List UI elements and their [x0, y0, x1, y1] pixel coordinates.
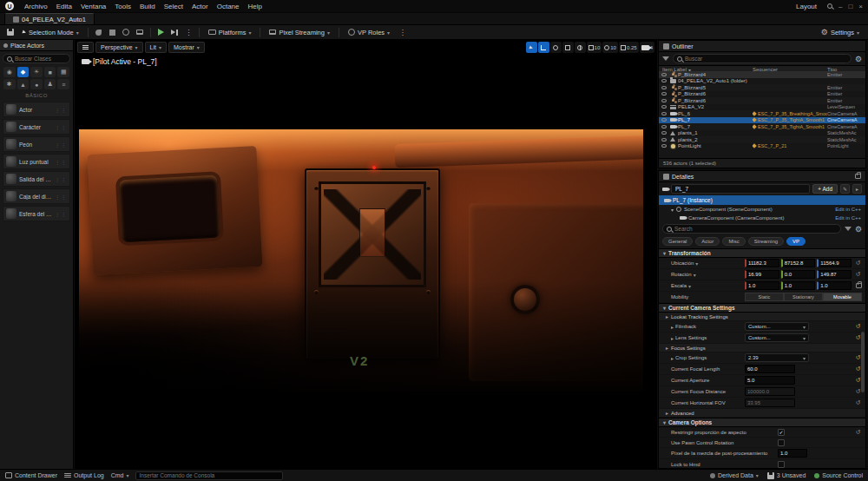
play-button[interactable] [155, 27, 167, 38]
visibility-eye-icon[interactable] [661, 144, 667, 148]
scale-y-field[interactable]: 1.0 [781, 281, 816, 290]
aperture-field[interactable]: 5.0 [745, 376, 795, 385]
pixel-streaming-dropdown[interactable]: Pixel Streaming [265, 27, 334, 38]
outliner-search-input[interactable] [685, 56, 847, 62]
search-icon[interactable] [827, 3, 832, 9]
place-actor-item-pointlight[interactable]: Luz puntual ⋮⋮ [3, 154, 70, 169]
menu-octane[interactable]: Octane [213, 3, 244, 10]
section-camera-options[interactable]: Camera Options [659, 418, 865, 427]
add-component-button[interactable]: + Add [812, 184, 838, 194]
category-pawn-icon[interactable]: ♟ [44, 79, 56, 89]
menu-build[interactable]: Build [135, 3, 160, 10]
place-actor-item-triggersphere[interactable]: Esfera del disp ⋮⋮ [3, 206, 70, 221]
edit-in-cpp-link[interactable]: Edit in C++ [835, 207, 861, 212]
visibility-eye-icon[interactable] [661, 99, 667, 102]
browse-button[interactable]: ▸ [852, 184, 862, 194]
outliner-row[interactable]: PL_7 ESC_7_P_35_TightA_Smooth1 CineCamer… [659, 123, 865, 130]
details-search-input[interactable] [674, 226, 837, 232]
scale-label[interactable]: Escala [671, 283, 742, 289]
visibility-eye-icon[interactable] [661, 105, 667, 109]
rotation-y-field[interactable]: 0.0 [781, 270, 816, 279]
scale-lock-icon[interactable] [856, 283, 862, 288]
blueprints-button[interactable] [121, 27, 132, 38]
filmback-dropdown[interactable]: Custom... [745, 322, 809, 331]
details-scrollbar[interactable] [861, 332, 865, 392]
scale-z-field[interactable]: 1.0 [817, 281, 852, 290]
drag-grip-icon[interactable]: ⋮⋮ [55, 159, 67, 165]
category-recent-icon[interactable]: ◉ [3, 67, 16, 77]
filter-icon[interactable] [845, 227, 852, 231]
place-actors-search-input[interactable] [15, 56, 66, 62]
minimize-button[interactable]: – [838, 3, 842, 10]
scene-component-row[interactable]: SceneComponent (SceneComponent) Edit in … [659, 205, 865, 214]
save-button[interactable] [4, 27, 16, 38]
drag-grip-icon[interactable]: ⋮⋮ [55, 176, 67, 182]
view-mode-dropdown[interactable]: Lit [145, 42, 167, 53]
drag-grip-icon[interactable]: ⋮⋮ [55, 124, 67, 130]
edit-blueprint-button[interactable]: ✎ [840, 184, 850, 194]
visibility-eye-icon[interactable] [661, 125, 667, 128]
category-volumes-icon[interactable]: ● [30, 79, 43, 89]
pawn-control-checkbox[interactable] [778, 439, 785, 446]
place-actor-item-character[interactable]: Carácter ⋮⋮ [3, 119, 70, 135]
reset-hfov-icon[interactable] [854, 399, 862, 406]
actor-name-field[interactable]: PL_7 [671, 184, 810, 194]
rotate-tool-button[interactable] [550, 42, 562, 53]
expand-caret-icon[interactable] [671, 355, 674, 361]
category-shapes-icon[interactable]: ■ [44, 67, 56, 77]
drag-grip-icon[interactable]: ⋮⋮ [55, 211, 67, 217]
constrain-aspect-checkbox[interactable]: ✓ [778, 429, 785, 436]
tab-vp[interactable]: VP [786, 237, 806, 246]
platforms-dropdown[interactable]: Platforms [204, 27, 256, 38]
instance-row-selected[interactable]: PL_7 (Instance) [659, 195, 865, 205]
location-label[interactable]: Ubicación [671, 260, 742, 267]
camera-speed-button[interactable]: 4 [640, 42, 654, 53]
play-options-button[interactable]: ⋮ [183, 27, 194, 38]
outliner-search[interactable] [673, 54, 852, 63]
tab-streaming[interactable]: Streaming [748, 237, 784, 246]
lock-to-hmd-checkbox[interactable] [778, 461, 785, 468]
visibility-eye-icon[interactable] [661, 86, 667, 89]
menu-tools[interactable]: Tools [110, 3, 135, 10]
skip-button[interactable] [169, 27, 181, 38]
tab-actor[interactable]: Actor [695, 237, 720, 246]
show-flags-dropdown[interactable]: Mostrar [168, 42, 205, 53]
selection-mode-dropdown[interactable]: Selection Mode [18, 27, 83, 38]
reset-filmback-icon[interactable] [854, 323, 862, 330]
visibility-eye-icon[interactable] [661, 138, 667, 142]
reset-aspect-icon[interactable] [854, 429, 862, 436]
grid-snap-toggle[interactable]: 10 [587, 42, 602, 53]
menu-edita[interactable]: Edita [52, 3, 76, 10]
create-cube-button[interactable] [107, 27, 118, 38]
camera-component-row[interactable]: CameraComponent (CameraComponent) Edit i… [659, 214, 865, 222]
menu-help[interactable]: Help [243, 3, 266, 10]
tab-general[interactable]: General [662, 237, 693, 246]
outliner-settings-icon[interactable] [855, 55, 862, 63]
visibility-eye-icon[interactable] [661, 118, 667, 122]
place-actor-item-triggerbox[interactable]: Caja del dispa ⋮⋮ [3, 188, 70, 204]
world-space-toggle[interactable] [575, 42, 586, 53]
location-x-field[interactable]: 11182.3 [745, 259, 779, 267]
move-tool-button[interactable] [538, 42, 549, 53]
scale-x-field[interactable]: 1.0 [745, 281, 779, 290]
mobility-static-button[interactable]: Static [745, 293, 784, 301]
close-button[interactable]: × [858, 3, 863, 10]
tab-misc[interactable]: Misc [722, 237, 745, 246]
cmd-dropdown[interactable]: Cmd [111, 472, 129, 478]
menu-actor[interactable]: Actor [187, 3, 213, 10]
source-control-button[interactable]: Source Control [814, 472, 863, 478]
perspective-dropdown[interactable]: Perspective [95, 42, 143, 53]
scale-snap-toggle[interactable]: 0.25 [619, 42, 639, 53]
outliner-row[interactable]: P_Blizzard4 Emitter [659, 71, 865, 78]
modes-brush-button[interactable] [93, 27, 104, 38]
visibility-eye-icon[interactable] [661, 92, 667, 96]
expand-caret-icon[interactable] [671, 207, 674, 213]
section-transform[interactable]: Transformación [659, 248, 865, 258]
vp-roles-dropdown[interactable]: VP Roles [344, 27, 394, 38]
select-tool-button[interactable] [526, 42, 537, 53]
unreal-logo-icon[interactable]: U [5, 2, 14, 10]
outliner-row[interactable]: plants_1 StaticMeshAc [659, 130, 865, 137]
lock-icon[interactable] [855, 174, 861, 179]
menu-select[interactable]: Select [160, 3, 187, 10]
place-actor-item-actor[interactable]: Actor ⋮⋮ [3, 102, 70, 117]
